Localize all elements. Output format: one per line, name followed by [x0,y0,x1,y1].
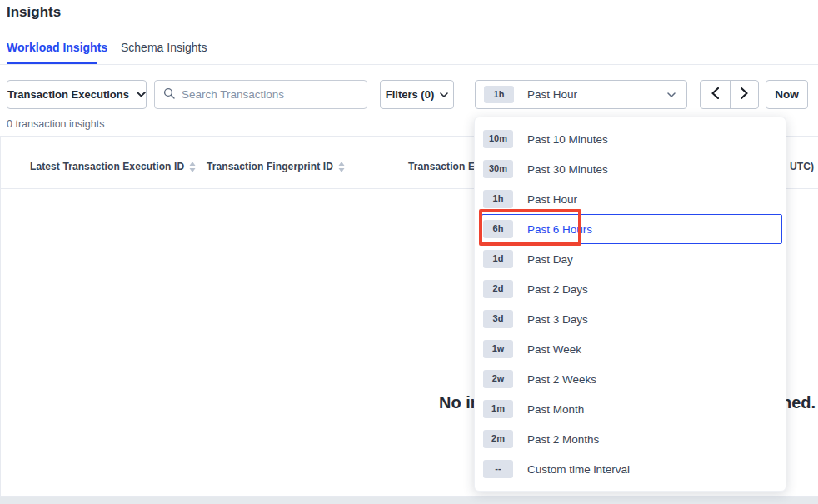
time-range-option[interactable]: 10m Past 10 Minutes [481,124,782,154]
empty-state-text-right: ned. [781,393,816,412]
time-range-option-label: Past 2 Days [527,283,588,296]
time-range-option-label: Past Hour [527,193,577,206]
time-range-option-label: Past 2 Weeks [527,373,596,386]
column-header[interactable]: UTC) [790,161,814,177]
filters-button-label: Filters (0) [386,88,435,101]
chevron-right-icon [741,87,748,102]
search-input[interactable] [182,88,358,101]
time-range-option-badge: 1w [483,340,513,357]
time-range-option[interactable]: 2w Past 2 Weeks [481,364,782,394]
time-range-option-badge: 10m [483,130,513,147]
workload-type-select[interactable]: Transaction Executions [7,80,147,109]
time-range-option[interactable]: 30m Past 30 Minutes [481,154,782,184]
time-range-option[interactable]: 6h Past 6 Hours [481,214,782,244]
column-header[interactable]: Transaction Fingerprint ID [207,161,345,177]
time-range-option[interactable]: 1w Past Week [481,334,782,364]
time-range-option[interactable]: 2d Past 2 Days [481,274,782,304]
time-range-option-label: Past 6 Hours [527,223,592,236]
page-bottom-strip [0,497,818,504]
time-range-option-label: Past 10 Minutes [527,133,608,146]
column-header-label: Transaction Fingerprint ID [207,161,333,177]
time-range-option-label: Past 2 Months [527,433,599,446]
time-range-option-badge: 30m [483,160,513,177]
chevron-down-icon [440,92,448,97]
now-button[interactable]: Now [766,80,808,109]
column-header-label: UTC) [790,161,814,177]
chevron-down-icon [667,92,676,97]
tab-schema-insights[interactable]: Schema Insights [121,41,207,54]
time-nav-group [700,80,759,109]
tabs-divider [0,64,818,65]
column-header[interactable]: Transaction Ex [408,161,481,177]
next-time-button[interactable] [730,81,759,108]
column-header-label: Latest Transaction Execution ID [30,161,184,177]
workload-type-select-label: Transaction Executions [7,88,129,101]
search-icon [163,87,175,102]
time-range-option-badge: 2d [483,280,513,297]
time-range-option-badge: 2w [483,370,513,387]
now-button-label: Now [775,88,799,101]
time-range-option-label: Past Month [527,403,584,416]
time-range-option[interactable]: 1m Past Month [481,394,782,424]
chevron-down-icon [137,92,146,97]
time-range-option-label: Custom time interval [527,463,630,476]
time-range-option[interactable]: 1h Past Hour [481,184,782,214]
time-range-option-badge: 1m [483,400,513,417]
time-range-option[interactable]: 2m Past 2 Months [481,424,782,454]
search-box[interactable] [154,80,367,109]
time-range-option-badge: 6h [483,220,513,237]
time-range-option-badge: 1h [483,190,513,207]
time-range-picker[interactable]: 1h Past Hour [475,80,687,109]
time-range-option[interactable]: -- Custom time interval [481,454,782,484]
results-count: 0 transaction insights [7,118,104,130]
time-range-label: Past Hour [527,88,577,101]
chevron-left-icon [711,87,719,102]
sort-icon[interactable] [189,162,196,172]
filters-button[interactable]: Filters (0) [380,80,454,109]
time-range-option-label: Past Week [527,343,581,356]
time-range-option-badge: 1d [483,250,513,267]
time-range-option-badge: -- [483,460,513,477]
time-range-option[interactable]: 1d Past Day [481,244,782,274]
time-range-option[interactable]: 3d Past 3 Days [481,304,782,334]
time-range-option-badge: 2m [483,430,513,447]
time-range-dropdown: 10m Past 10 Minutes 30m Past 30 Minutes … [474,117,786,492]
time-range-option-label: Past Day [527,253,573,266]
sort-icon[interactable] [338,162,345,172]
time-range-option-label: Past 30 Minutes [527,163,608,176]
page-title: Insights [7,4,61,21]
time-range-badge: 1h [484,86,514,103]
time-range-option-label: Past 3 Days [527,313,588,326]
tab-workload-insights[interactable]: Workload Insights [7,41,107,54]
column-header[interactable]: Latest Transaction Execution ID [30,161,196,177]
previous-time-button[interactable] [701,81,730,108]
column-header-label: Transaction Ex [408,161,481,177]
time-range-option-badge: 3d [483,310,513,327]
